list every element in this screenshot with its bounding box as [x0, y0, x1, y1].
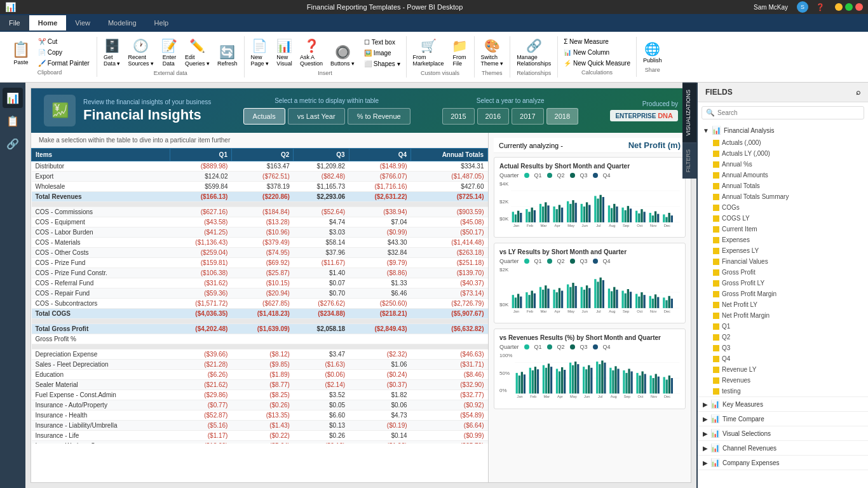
field-item[interactable]: Annual Totals: [698, 180, 868, 191]
field-group-header-0[interactable]: ▼ 📊 Financial Analysis: [698, 123, 868, 137]
field-item[interactable]: Q2: [698, 332, 868, 342]
year-btn-2016[interactable]: 2016: [477, 108, 509, 125]
table-row[interactable]: Insurance - Life ($1.17) ($0.22) $0.26 $…: [32, 431, 488, 441]
buttons-button[interactable]: 🔘Buttons ▾: [328, 43, 357, 69]
metric-btn-actuals[interactable]: Actuals: [243, 108, 285, 125]
field-group-header-5[interactable]: ▶ 📊 Company Expenses: [698, 456, 868, 470]
table-row[interactable]: Insurance - Auto/Property ($0.77) ($0.26…: [32, 400, 488, 410]
field-item[interactable]: Q3: [698, 342, 868, 353]
table-row[interactable]: Insurance - Liability/Umbrella ($5.16) (…: [32, 421, 488, 431]
col-q4[interactable]: Q4: [349, 149, 410, 161]
sidebar-icon-model[interactable]: 🔗: [3, 133, 23, 154]
col-annual[interactable]: Annual Totals: [411, 149, 488, 161]
table-row[interactable]: Wholesale $599.84 $378.19 $1,165.73 ($1,…: [32, 182, 488, 192]
table-row[interactable]: Total COGS ($4,036.35) ($1,418.23) ($234…: [32, 309, 488, 319]
field-item[interactable]: COGS LY: [698, 213, 868, 224]
switch-theme-button[interactable]: 🎨SwitchTheme ▾: [478, 36, 506, 69]
text-box-button[interactable]: ☐ Text box: [362, 37, 402, 47]
sidebar-icon-report[interactable]: 📊: [3, 88, 23, 108]
tab-help[interactable]: Help: [146, 15, 178, 30]
publish-button[interactable]: 🌐Publish: [641, 39, 665, 65]
field-item[interactable]: Financial Values: [698, 256, 868, 267]
paste-button[interactable]: 📋 Paste: [8, 38, 34, 68]
field-item[interactable]: Revenue LY: [698, 364, 868, 375]
help-icon[interactable]: ❓: [816, 3, 825, 11]
table-scroll[interactable]: Items Q1 Q2 Q3 Q4 Annual Totals Distribu…: [31, 148, 488, 444]
visualizations-tab[interactable]: VISUALIZATIONS: [682, 83, 696, 142]
new-quick-measure-button[interactable]: ⚡ New Quick Measure: [562, 58, 632, 68]
table-row[interactable]: Total Gross Profit ($4,202.48) ($1,639.0…: [32, 324, 488, 334]
field-item[interactable]: Annual Amounts: [698, 170, 868, 180]
enter-data-button[interactable]: 📝EnterData: [159, 36, 180, 69]
table-row[interactable]: Distributor ($889.98) $163.47 $1,209.82 …: [32, 161, 488, 172]
get-data-button[interactable]: 🗄️GetData ▾: [101, 36, 123, 69]
table-row[interactable]: COS - Referral Fund ($31.62) ($10.15) $0…: [32, 278, 488, 288]
new-visual-button[interactable]: 📊NewVisual: [274, 36, 295, 69]
field-item[interactable]: Annual %s: [698, 159, 868, 170]
col-q3[interactable]: Q3: [294, 149, 349, 161]
metric-btn-pct-revenue[interactable]: % to Revenue: [348, 108, 410, 125]
table-row[interactable]: COS - Subcontractors ($1,571.72) ($627.8…: [32, 299, 488, 309]
table-row[interactable]: Export $124.02 ($762.51) ($82.48) ($766.…: [32, 172, 488, 182]
tab-home[interactable]: Home: [29, 15, 67, 30]
field-item[interactable]: Net Profit LY: [698, 299, 868, 310]
tab-modeling[interactable]: Modeling: [99, 15, 146, 30]
field-item[interactable]: testing: [698, 386, 868, 396]
field-item[interactable]: Expenses LY: [698, 245, 868, 256]
table-row[interactable]: Gross Profit %: [32, 334, 488, 344]
recent-sources-button[interactable]: 🕐RecentSources ▾: [125, 36, 156, 69]
table-row[interactable]: Insurance-Workers Comp ($18.09) ($5.64) …: [32, 441, 488, 444]
field-item[interactable]: Q1: [698, 321, 868, 332]
field-item[interactable]: Actuals (,000): [698, 137, 868, 148]
maximize-button[interactable]: [845, 3, 853, 11]
copy-button[interactable]: 📄 Copy: [36, 48, 92, 57]
metric-btn-vs-last-year[interactable]: vs Last Year: [288, 108, 345, 125]
table-row[interactable]: COS - Prize Fund Constr. ($106.38) ($25.…: [32, 268, 488, 278]
field-item[interactable]: Gross Profit Margin: [698, 288, 868, 299]
shapes-button[interactable]: ⬜ Shapes ▾: [362, 59, 402, 69]
sidebar-icon-data[interactable]: 📋: [3, 111, 23, 131]
field-group-header-2[interactable]: ▶ 📊 Time Compare: [698, 412, 868, 426]
table-row[interactable]: Sealer Material ($21.62) ($8.77) ($2.14)…: [32, 380, 488, 390]
close-button[interactable]: [855, 3, 863, 11]
table-row[interactable]: COS - Commissions ($627.16) ($184.84) ($…: [32, 207, 488, 217]
year-btn-2015[interactable]: 2015: [442, 108, 474, 125]
field-group-header-1[interactable]: ▶ 📊 Key Measures: [698, 397, 868, 411]
minimize-button[interactable]: [835, 3, 843, 11]
table-row[interactable]: Total Revenues ($166.13) ($220.86) $2,29…: [32, 192, 488, 202]
tab-view[interactable]: View: [66, 15, 99, 30]
field-item[interactable]: Gross Profit LY: [698, 278, 868, 288]
image-button[interactable]: 🖼️ Image: [362, 48, 402, 58]
field-item[interactable]: COGs: [698, 202, 868, 213]
col-q2[interactable]: Q2: [231, 149, 293, 161]
table-row[interactable]: COS - Materials ($1,136.43) ($379.49) $5…: [32, 238, 488, 248]
table-row[interactable]: Depreciation Expense ($39.66) ($8.12) $3…: [32, 349, 488, 360]
table-row[interactable]: COS - Equipment ($43.58) ($13.28) $4.74 …: [32, 217, 488, 227]
manage-relationships-button[interactable]: 🔗ManageRelationships: [514, 36, 553, 69]
cut-button[interactable]: ✂️ Cut: [36, 37, 92, 46]
table-row[interactable]: Fuel Expense - Const.Admin ($29.86) ($8.…: [32, 390, 488, 400]
year-btn-2018[interactable]: 2018: [546, 108, 578, 125]
from-marketplace-button[interactable]: 🛒FromMarketplace: [410, 36, 447, 69]
col-q1[interactable]: Q1: [170, 149, 231, 161]
field-item[interactable]: Actuals LY (,000): [698, 148, 868, 159]
fields-search-input[interactable]: [717, 109, 860, 116]
table-row[interactable]: Education ($6.26) ($1.89) ($0.06) ($0.24…: [32, 370, 488, 380]
col-items[interactable]: Items: [32, 149, 170, 161]
edit-queries-button[interactable]: ✏️EditQueries ▾: [182, 36, 212, 69]
new-page-button[interactable]: 📄NewPage ▾: [248, 36, 272, 69]
table-row[interactable]: Insurance - Health ($52.87) ($13.35) $6.…: [32, 410, 488, 421]
format-painter-button[interactable]: 🖌️ Format Painter: [36, 58, 92, 68]
table-row[interactable]: COS - Repair Fund ($59.36) ($20.94) $0.7…: [32, 288, 488, 299]
field-item[interactable]: Annual Totals Summary: [698, 191, 868, 202]
field-item[interactable]: Q4: [698, 353, 868, 364]
fields-search-box[interactable]: 🔍: [702, 106, 864, 119]
field-item[interactable]: Gross Profit: [698, 267, 868, 278]
field-item[interactable]: Expenses: [698, 234, 868, 245]
year-btn-2017[interactable]: 2017: [512, 108, 543, 125]
field-group-header-3[interactable]: ▶ 📊 Visual Selections: [698, 426, 868, 440]
field-item[interactable]: Revenues: [698, 375, 868, 386]
filters-tab[interactable]: FILTERS: [682, 142, 696, 179]
table-row[interactable]: COS - Prize Fund ($159.81) ($69.92) ($11…: [32, 258, 488, 268]
field-item[interactable]: Net Profit Margin: [698, 310, 868, 321]
